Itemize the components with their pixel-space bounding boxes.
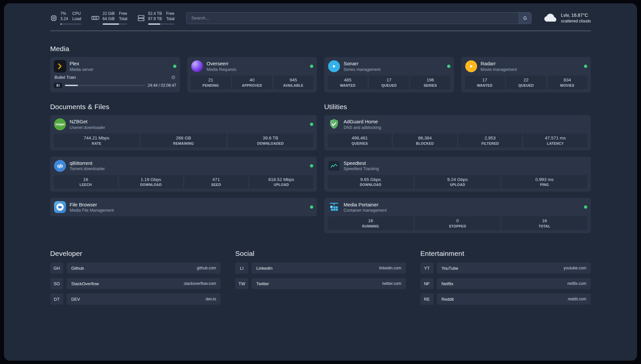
disk-labels: Free Total — [166, 11, 174, 21]
section-title-documents: Documents & Files — [50, 103, 317, 111]
memory-progress-bar — [103, 23, 127, 25]
bookmark-dev[interactable]: DT DEVdev.to — [50, 293, 221, 305]
search-input[interactable] — [186, 12, 532, 24]
bookmark-abbr: SO — [50, 278, 63, 289]
stat-tile: 945AVAILABLE — [273, 76, 313, 89]
service-subtitle: Media File Management — [70, 208, 114, 213]
search: G — [186, 12, 532, 24]
bookmark-abbr: DT — [50, 293, 63, 305]
stat-tile: 86,384BLOCKED — [393, 134, 457, 147]
bookmark-abbr: NF — [420, 278, 434, 289]
stat-tile: 17QUEUED — [369, 76, 409, 89]
stat-tile: 9.24 GbpsUPLOAD — [415, 175, 501, 189]
bookmark-url: stackoverflow.com — [184, 281, 216, 286]
service-card-overseerr[interactable]: Overseerr Media Requests 21PENDING 40APP… — [187, 57, 317, 92]
bookmark-abbr: GH — [50, 262, 63, 274]
service-card-qbittorrent[interactable]: qb qBittorrent Torrent downloader 16LEEC… — [50, 157, 317, 192]
topbar: 7% 3.24 CPU Load — [50, 3, 591, 25]
cpu-label-1: CPU — [72, 11, 81, 16]
service-card-speedtest[interactable]: Speedtest Speedtest Tracking 9.65 GbpsDO… — [324, 157, 591, 192]
service-card-filebrowser[interactable]: File Browser Media File Management — [50, 198, 317, 216]
topbar-divider — [50, 31, 591, 31]
stat-tile: 39.6 TBDOWNLOADED — [228, 134, 313, 147]
service-card-plex[interactable]: Plex Media server Bullet Train ⚙ — [50, 57, 180, 92]
section-documents: Documents & Files nzbget NZBGet Usenet d… — [50, 103, 317, 217]
service-name: File Browser — [70, 201, 114, 208]
status-indicator — [584, 65, 587, 68]
disk-total: 97.9 TB — [148, 16, 162, 22]
bookmark-name: YouTube — [442, 266, 458, 271]
cpu-monitor: 7% 3.24 CPU Load — [50, 11, 81, 25]
cpu-labels: CPU Load — [72, 11, 81, 21]
bookmark-linkedin[interactable]: LI LinkedInlinkedin.com — [235, 262, 406, 274]
service-subtitle: DNS and adblocking — [344, 125, 381, 130]
bookmark-netflix[interactable]: NF Netflixnetflix.com — [420, 278, 591, 289]
bookmark-stackoverflow[interactable]: SO StackOverflowstackoverflow.com — [50, 278, 221, 289]
bookmark-name: Netflix — [442, 281, 453, 286]
bookmark-url: twitter.com — [382, 281, 401, 286]
disk-icon — [137, 15, 145, 22]
service-card-nzbget[interactable]: nzbget NZBGet Usenet downloader 744.21 M… — [50, 115, 317, 150]
radarr-icon — [465, 60, 477, 72]
memory-monitor: 22 GiB 64 GiB Free Total — [91, 11, 127, 25]
service-name: qBittorrent — [70, 160, 105, 167]
stat-tile: 618.52 MbpsUPLOAD — [249, 175, 313, 189]
bookmark-reddit[interactable]: RE Redditreddit.com — [420, 293, 591, 305]
status-indicator — [310, 164, 313, 167]
weather-widget: Lviv, 16.87°C scattered clouds — [543, 12, 591, 24]
section-social: Social LI LinkedInlinkedin.com TW Twitte… — [235, 250, 406, 293]
section-utilities: Utilities AdGuard Home DNS and adblockin… — [324, 103, 591, 233]
nzbget-icon: nzbget — [54, 118, 66, 130]
cpu-usage: 7% — [60, 11, 68, 16]
bookmark-twitter[interactable]: TW Twittertwitter.com — [235, 278, 406, 289]
cpu-progress-bar — [60, 23, 81, 25]
service-name: NZBGet — [70, 118, 105, 125]
bookmark-name: StackOverflow — [71, 281, 99, 286]
disk-progress-bar — [148, 23, 174, 25]
playback-progress-bar[interactable] — [65, 85, 145, 86]
stat-tile: 0STOPPED — [415, 216, 501, 230]
memory-labels: Free Total — [119, 11, 127, 21]
stat-tile: 471SEED — [184, 175, 248, 189]
bookmark-columns: Developer GH Githubgithub.com SO StackOv… — [50, 250, 591, 309]
disk-free: 52.4 TB — [148, 11, 162, 16]
stat-tile: 47.571 msLATENCY — [523, 134, 587, 147]
service-card-portainer[interactable]: Media Portainer Container management 16R… — [324, 198, 591, 233]
bookmark-github[interactable]: GH Githubgithub.com — [50, 262, 221, 274]
bookmark-url: github.com — [197, 266, 216, 270]
service-card-adguard[interactable]: AdGuard Home DNS and adblocking 498,461Q… — [324, 115, 591, 150]
bookmark-name: Github — [71, 266, 84, 271]
cpu-values: 7% 3.24 — [60, 11, 68, 21]
service-subtitle: Series management — [344, 67, 381, 72]
status-indicator — [584, 205, 587, 209]
cpu-icon — [50, 15, 57, 22]
service-name: Sonarr — [344, 60, 381, 67]
pause-icon[interactable] — [54, 83, 62, 88]
bookmark-youtube[interactable]: YT YouTubeyoutube.com — [420, 262, 591, 274]
bookmark-abbr: TW — [235, 278, 248, 289]
service-name: Media Portainer — [344, 201, 387, 208]
service-card-sonarr[interactable]: Sonarr Series management 485WANTED 17QUE… — [324, 57, 454, 92]
section-title-utilities: Utilities — [324, 103, 591, 111]
bookmark-url: reddit.com — [568, 297, 586, 301]
status-indicator — [310, 65, 313, 68]
service-name: Plex — [70, 60, 93, 67]
bookmark-name: LinkedIn — [256, 266, 272, 271]
disk-label-2: Total — [166, 16, 174, 22]
stat-tile: 22QUEUED — [506, 76, 546, 89]
search-provider-button[interactable]: G — [519, 13, 531, 24]
service-card-radarr[interactable]: Radarr Movie management 17WANTED 22QUEUE… — [461, 57, 591, 92]
stat-tile: 2,953FILTERED — [458, 134, 522, 147]
stat-tile: 834MOVIES — [547, 76, 587, 89]
service-name: Radarr — [481, 60, 517, 67]
service-name: Overseerr — [207, 60, 236, 67]
stat-tile: 744.21 MbpsRATE — [54, 134, 139, 147]
middle-columns: Documents & Files nzbget NZBGet Usenet d… — [50, 103, 591, 233]
dashboard: 7% 3.24 CPU Load — [4, 3, 637, 361]
section-title-developer: Developer — [50, 250, 221, 258]
stat-tile: 40APPROVED — [232, 76, 272, 89]
gear-icon[interactable]: ⚙ — [171, 75, 175, 80]
status-indicator — [447, 65, 450, 68]
service-subtitle: Media server — [70, 67, 93, 72]
stat-tile: 21PENDING — [191, 76, 231, 89]
